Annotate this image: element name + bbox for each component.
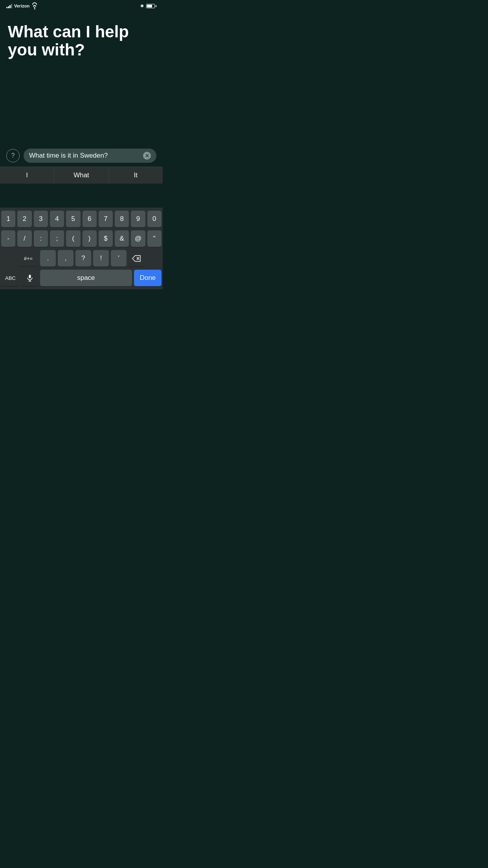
keyboard-row-punctuation: #+= . , ? ! ' <box>1 250 161 267</box>
key-abc[interactable]: ABC <box>1 270 20 286</box>
key-exclaim[interactable]: ! <box>93 250 109 267</box>
key-5[interactable]: 5 <box>66 211 80 227</box>
key-space[interactable]: space <box>40 270 132 286</box>
bluetooth-icon: ✱ <box>140 4 144 9</box>
key-dash[interactable]: - <box>1 230 15 247</box>
key-slash[interactable]: / <box>17 230 31 247</box>
status-right: ✱ <box>140 4 156 9</box>
search-input-container[interactable]: What time is it in Sweden? ✕ <box>24 149 156 163</box>
battery-fill <box>147 5 152 7</box>
keyboard-row-numbers: 1 2 3 4 5 6 7 8 9 0 <box>1 211 161 227</box>
key-dollar[interactable]: $ <box>99 230 113 247</box>
battery-body <box>146 4 155 8</box>
clear-button[interactable]: ✕ <box>143 152 151 160</box>
key-microphone[interactable] <box>22 270 38 286</box>
key-semicolon[interactable]: ; <box>50 230 64 247</box>
search-input[interactable]: What time is it in Sweden? <box>29 152 143 160</box>
key-hashplusEquals[interactable]: #+= <box>18 250 38 267</box>
key-lparen[interactable]: ( <box>66 230 80 247</box>
autocomplete-item-1[interactable]: I <box>0 167 54 184</box>
key-ampersand[interactable]: & <box>115 230 129 247</box>
autocomplete-bar: I What It <box>0 167 163 184</box>
key-apostrophe[interactable]: ' <box>111 250 127 267</box>
siri-greeting: What can I help you with? <box>8 23 155 59</box>
key-period[interactable]: . <box>40 250 56 267</box>
status-bar: Verizon ✱ <box>0 0 163 11</box>
key-7[interactable]: 7 <box>99 211 113 227</box>
key-rparen[interactable]: ) <box>83 230 97 247</box>
wifi-icon <box>32 2 37 9</box>
signal-bars <box>6 4 12 8</box>
keyboard-bottom-row: ABC space Done <box>1 270 161 286</box>
keyboard: 1 2 3 4 5 6 7 8 9 0 - / : ; ( ) $ & @ " … <box>0 208 163 289</box>
battery-tip <box>156 5 156 7</box>
key-quote[interactable]: " <box>147 230 161 247</box>
wifi-dot <box>34 8 35 9</box>
key-2[interactable]: 2 <box>17 211 31 227</box>
delete-icon <box>132 255 141 262</box>
key-3[interactable]: 3 <box>34 211 48 227</box>
key-8[interactable]: 8 <box>115 211 129 227</box>
key-at[interactable]: @ <box>131 230 145 247</box>
autocomplete-item-3[interactable]: It <box>109 167 163 184</box>
key-1[interactable]: 1 <box>1 211 15 227</box>
carrier-label: Verizon <box>14 4 29 8</box>
key-0[interactable]: 0 <box>147 211 161 227</box>
key-done[interactable]: Done <box>134 270 161 286</box>
help-button[interactable]: ? <box>6 149 20 162</box>
svg-rect-2 <box>29 275 31 278</box>
key-comma[interactable]: , <box>58 250 73 267</box>
battery-indicator <box>146 4 156 8</box>
status-left: Verizon <box>6 2 37 9</box>
keyboard-row-symbols: - / : ; ( ) $ & @ " <box>1 230 161 247</box>
key-9[interactable]: 9 <box>131 211 145 227</box>
delete-key[interactable] <box>128 250 144 267</box>
microphone-icon <box>26 274 34 282</box>
main-content: What can I help you with? <box>0 11 163 59</box>
search-area: ? What time is it in Sweden? ✕ <box>0 144 163 167</box>
key-4[interactable]: 4 <box>50 211 64 227</box>
autocomplete-item-2[interactable]: What <box>54 167 108 184</box>
key-6[interactable]: 6 <box>83 211 97 227</box>
key-colon[interactable]: : <box>34 230 48 247</box>
key-question[interactable]: ? <box>75 250 91 267</box>
